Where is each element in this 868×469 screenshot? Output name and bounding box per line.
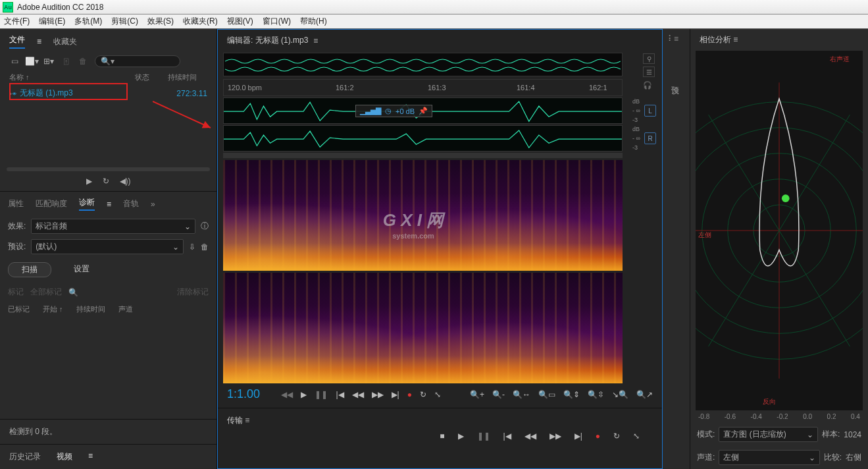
tab-properties[interactable]: 属性: [8, 198, 24, 209]
tab-video[interactable]: 视频: [57, 451, 72, 462]
play-icon[interactable]: ▶: [458, 431, 464, 441]
skip-icon[interactable]: ⤡: [434, 390, 441, 399]
next-icon[interactable]: ▶|: [392, 390, 399, 399]
prev-icon[interactable]: |◀: [336, 390, 344, 399]
record-icon[interactable]: ⬜▾: [26, 57, 37, 66]
next-icon[interactable]: ▶|: [574, 431, 582, 441]
col-duration[interactable]: 持续时间: [76, 304, 105, 314]
zoom-sel-icon[interactable]: 🔍▭: [538, 390, 555, 399]
mode-select[interactable]: 直方图 (日志缩放)⌄: [719, 427, 818, 442]
tab-diagnostics[interactable]: 诊断: [79, 197, 95, 211]
panel-menu-icon[interactable]: ⠇≡: [663, 29, 690, 49]
preset-tab[interactable]: 预设: [663, 49, 687, 112]
zoom-in-v-icon[interactable]: 🔍⇕: [563, 390, 580, 399]
prev-icon[interactable]: |◀: [503, 431, 511, 441]
pause-icon[interactable]: ❚❚: [315, 390, 328, 399]
info-icon[interactable]: ⓘ: [201, 221, 209, 232]
insert-icon[interactable]: ⍐: [61, 57, 71, 66]
menu-help[interactable]: 帮助(H): [300, 16, 327, 27]
play-icon[interactable]: ▶: [86, 177, 92, 186]
menu-favorites[interactable]: 收藏夹(R): [183, 16, 218, 27]
col-start[interactable]: 开始 ↑: [43, 304, 63, 314]
menu-multitrack[interactable]: 多轨(M): [74, 16, 102, 27]
channel-select[interactable]: 左侧⌄: [719, 450, 819, 465]
rewind-icon[interactable]: ◀◀: [352, 390, 364, 399]
tab-audiotrack[interactable]: 音轨: [123, 198, 139, 209]
menu-clip[interactable]: 剪辑(C): [111, 16, 138, 27]
search-icon[interactable]: 🔍: [68, 288, 78, 297]
waveform-left[interactable]: ▁▃▅▇ ◷ +0 dB 📌 dB- ∞-3 L: [223, 97, 623, 124]
col-name[interactable]: 名称 ↑: [9, 72, 135, 82]
loop-icon[interactable]: ↻: [420, 390, 426, 399]
scan-button[interactable]: 扫描: [8, 262, 51, 277]
tab-match-loudness[interactable]: 匹配响度: [36, 198, 67, 209]
menu-view[interactable]: 视图(V): [227, 16, 253, 27]
trash-icon[interactable]: 🗑: [78, 57, 88, 66]
rewind-icon[interactable]: ◀◀: [524, 431, 536, 441]
menu-file[interactable]: 文件(F): [4, 16, 30, 27]
overview-waveform[interactable]: ⚲ ☰: [223, 53, 623, 76]
pause-icon[interactable]: ❚❚: [477, 431, 490, 441]
loop-icon[interactable]: ↻: [103, 177, 109, 186]
left-panel: 文件 ≡ 收藏夹 ▭ ⬜▾ ⊞▾ ⍐ 🗑 🔍▾ 名称 ↑ 状态 持续时间 › ⧞…: [0, 29, 217, 469]
open-folder-icon[interactable]: ▭: [9, 57, 20, 66]
spectrogram-right[interactable]: Hz10k6k4k2k1k: [223, 273, 623, 383]
forward-icon[interactable]: ▶▶: [372, 390, 384, 399]
zoom-point-out-icon[interactable]: 🔍↗: [636, 390, 653, 399]
tab-favorites[interactable]: 收藏夹: [53, 36, 77, 47]
clock-icon: ◷: [385, 107, 392, 115]
save-preset-icon[interactable]: ⇩: [189, 242, 195, 252]
volume-indicator[interactable]: ▁▃▅▇ ◷ +0 dB 📌: [355, 105, 432, 117]
pin-icon[interactable]: 📌: [419, 107, 428, 115]
hscroll[interactable]: [223, 153, 623, 158]
zoom-point-in-icon[interactable]: ↘🔍: [612, 390, 628, 399]
phase-scope[interactable]: 右声道 左侧 反向: [696, 51, 863, 410]
zoom-out-icon[interactable]: 🔍-: [492, 390, 505, 399]
stop-icon[interactable]: ■: [440, 431, 444, 441]
tab-files[interactable]: 文件: [9, 34, 25, 49]
col-status[interactable]: 状态: [135, 72, 168, 82]
new-multitrack-icon[interactable]: ⊞▾: [43, 57, 54, 66]
spectrogram-left[interactable]: G X I 网 system.com Hz10k6k4k2k1k: [223, 160, 623, 271]
zoom-out-v-icon[interactable]: 🔍⇳: [588, 390, 604, 399]
bpm-label: 120.0 bpm: [228, 84, 262, 92]
goto-start-icon[interactable]: ◀◀: [281, 390, 293, 399]
list-view-icon[interactable]: ☰: [643, 67, 655, 77]
forward-icon[interactable]: ▶▶: [549, 431, 561, 441]
menu-edit[interactable]: 编辑(E): [39, 16, 65, 27]
headphones-icon[interactable]: 🎧: [643, 81, 655, 93]
col-duration[interactable]: 持续时间: [168, 72, 207, 82]
waveform-right[interactable]: dB- ∞-3 R: [223, 125, 623, 152]
zoom-in-icon[interactable]: 🔍+: [470, 390, 484, 399]
channel-r-badge[interactable]: R: [644, 132, 656, 144]
channel-l-badge[interactable]: L: [644, 105, 656, 117]
channel-label: 声道:: [697, 452, 715, 463]
menu-effects[interactable]: 效果(S): [147, 16, 174, 27]
zoom-full-icon[interactable]: 🔍↔: [513, 390, 530, 399]
col-marked[interactable]: 已标记: [8, 304, 30, 314]
record-icon[interactable]: ●: [407, 390, 412, 399]
sample-value: 1024: [844, 430, 861, 439]
loop-icon[interactable]: ↻: [613, 431, 620, 441]
timecode[interactable]: 1:1.00: [227, 387, 260, 401]
overflow-icon[interactable]: »: [151, 200, 155, 209]
settings-button[interactable]: 设置: [61, 262, 103, 277]
zoom-tool-icon[interactable]: ⚲: [643, 53, 655, 64]
preset-select[interactable]: (默认)⌄: [31, 239, 184, 254]
menu-window[interactable]: 窗口(W): [263, 16, 291, 27]
file-row[interactable]: › ⧞ 无标题 (1).mp3 272:3.11: [0, 85, 217, 101]
clear-mark-button[interactable]: 清除标记: [177, 287, 209, 298]
effect-select[interactable]: 标记音频⌄: [31, 219, 195, 234]
search-input[interactable]: 🔍▾: [95, 55, 180, 67]
waveform-icon: ⧞: [12, 89, 16, 98]
col-channel[interactable]: 声道: [118, 304, 133, 314]
delete-preset-icon[interactable]: 🗑: [201, 242, 209, 252]
play-icon[interactable]: ▶: [301, 390, 307, 399]
time-ruler[interactable]: 120.0 bpm 161:2 161:3 161:4 162:1 🎧: [223, 79, 623, 96]
mark-button[interactable]: 标记: [8, 287, 24, 298]
skip-icon[interactable]: ⤡: [633, 431, 640, 441]
autoplay-icon[interactable]: ◀)): [120, 177, 131, 186]
tab-history[interactable]: 历史记录: [9, 451, 41, 462]
record-icon[interactable]: ●: [596, 431, 600, 441]
mark-all-button[interactable]: 全部标记: [30, 287, 62, 298]
